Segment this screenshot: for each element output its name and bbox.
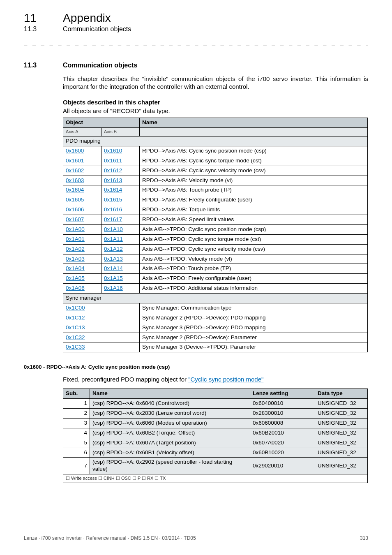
objects-heading: Objects described in this chapter xyxy=(63,99,368,106)
pcol-sub: Sub. xyxy=(63,389,90,399)
object-desc: Axis A/B-->TPDO: Cyclic sync torque mode… xyxy=(140,234,368,244)
object-desc: Axis A/B-->TPDO: Additional status infor… xyxy=(140,284,368,294)
table-row: 0x16000x1610RPDO-->Axis A/B: Cyclic sync… xyxy=(63,146,368,156)
col-object: Object xyxy=(63,118,140,128)
object-link[interactable]: 0x1A10 xyxy=(104,226,123,232)
object-desc: Sync Manager: Communication type xyxy=(140,303,368,313)
pcol-lenze: Lenze setting xyxy=(250,389,315,399)
subcol-empty xyxy=(140,128,368,136)
object-link[interactable]: 0x1617 xyxy=(104,216,122,222)
object-link[interactable]: 0x1A05 xyxy=(66,275,85,281)
object-link[interactable]: 0x1C00 xyxy=(66,305,85,311)
table-row: 0x16020x1612RPDO-->Axis A/B: Cyclic sync… xyxy=(63,166,368,176)
table-row: 0x1A050x1A15Axis A/B-->TPDO: Freely conf… xyxy=(63,274,368,284)
table-row: 0x1C32Sync Manager 2 (RPDO-->Device): Pa… xyxy=(63,333,368,342)
params-row: 7(csp) RPDO-->A: 0x2902 (speed controlle… xyxy=(63,458,368,474)
object-link[interactable]: 0x1600 xyxy=(66,148,84,154)
object-link[interactable]: 0x1616 xyxy=(104,206,122,213)
object-link[interactable]: 0x1602 xyxy=(66,167,84,173)
object-desc: RPDO-->Axis A/B: Speed limit values xyxy=(140,215,368,225)
params-row: 5(csp) RPDO-->A: 0x607A (Target position… xyxy=(63,438,368,448)
object-link[interactable]: 0x1A01 xyxy=(66,236,85,242)
object-link[interactable]: 0x1A16 xyxy=(104,285,123,291)
table-row: 0x16010x1611RPDO-->Axis A/B: Cyclic sync… xyxy=(63,156,368,166)
params-row: 3(csp) RPDO-->A: 0x6060 (Modes of operat… xyxy=(63,418,368,428)
object-link[interactable]: 0x1603 xyxy=(66,177,84,183)
params-row: 4(csp) RPDO-->A: 0x60B2 (Torque: Offset)… xyxy=(63,428,368,438)
params-row: 6(csp) RPDO-->A: 0x60B1 (Velocity offset… xyxy=(63,448,368,458)
intro-paragraph: This chapter describes the "invisible" c… xyxy=(63,75,368,90)
table-row: 0x1A040x1A14Axis A/B-->TPDO: Touch probe… xyxy=(63,264,368,274)
objects-note: All objects are of "RECORD" data type. xyxy=(63,107,368,114)
section-heading-title: Communication objects xyxy=(63,62,137,69)
table-row: 0x1C00Sync Manager: Communication type xyxy=(63,303,368,313)
param-desc-text: Fixed, preconfigured PDO mapping object … xyxy=(63,376,188,383)
object-desc: RPDO-->Axis A/B: Velocity mode (vl) xyxy=(140,176,368,185)
object-desc: Sync Manager 2 (RPDO-->Device): PDO mapp… xyxy=(140,313,368,323)
object-link[interactable]: 0x1611 xyxy=(104,157,122,164)
chapter-number: 11 xyxy=(24,12,63,25)
table-row: 0x1A000x1A10Axis A/B-->TPDO: Cyclic sync… xyxy=(63,224,368,234)
object-link[interactable]: 0x1C32 xyxy=(66,334,85,340)
object-desc: Axis A/B-->TPDO: Cyclic sync velocity mo… xyxy=(140,244,368,254)
subcol-axis-b: Axis B xyxy=(101,128,140,136)
section-heading: 11.3Communication objects xyxy=(24,62,368,69)
object-link[interactable]: 0x1A15 xyxy=(104,275,123,281)
object-link[interactable]: 0x1606 xyxy=(66,206,84,213)
object-link[interactable]: 0x1A11 xyxy=(104,236,123,242)
object-link[interactable]: 0x1612 xyxy=(104,167,122,173)
pcol-dtype: Data type xyxy=(315,389,368,399)
section-sync-manager: Sync manager xyxy=(63,294,368,303)
object-link[interactable]: 0x1A14 xyxy=(104,265,123,271)
object-link[interactable]: 0x1615 xyxy=(104,197,122,203)
object-desc: RPDO-->Axis A/B: Torque limits xyxy=(140,205,368,215)
params-table: Sub. Name Lenze setting Data type 1(csp)… xyxy=(63,388,368,483)
object-link[interactable]: 0x1A12 xyxy=(104,246,123,252)
section-subheading: 11.3Communication objects xyxy=(24,25,368,33)
table-row: 0x1C33Sync Manager 3 (Device-->TPDO): Pa… xyxy=(63,342,368,352)
params-row: 2(csp) RPDO-->A: 0x2830 (Lenze control w… xyxy=(63,409,368,419)
object-link[interactable]: 0x1607 xyxy=(66,216,84,222)
section-number: 11.3 xyxy=(24,25,63,33)
section-heading-number: 11.3 xyxy=(24,62,63,69)
table-row: 0x1A060x1A16Axis A/B-->TPDO: Additional … xyxy=(63,284,368,294)
table-row: 0x1A030x1A13Axis A/B-->TPDO: Velocity mo… xyxy=(63,254,368,264)
object-link[interactable]: 0x1614 xyxy=(104,187,122,193)
object-link[interactable]: 0x1A13 xyxy=(104,256,123,262)
object-desc: Axis A/B-->TPDO: Cyclic sync position mo… xyxy=(140,224,368,234)
object-link[interactable]: 0x1A04 xyxy=(66,265,85,271)
table-row: 0x1C12Sync Manager 2 (RPDO-->Device): PD… xyxy=(63,313,368,323)
table-row: 0x1C13Sync Manager 3 (RPDO-->Device): PD… xyxy=(63,323,368,333)
footer-page-number: 313 xyxy=(360,535,368,541)
object-link[interactable]: 0x1A00 xyxy=(66,226,85,232)
table-row: 0x16070x1617RPDO-->Axis A/B: Speed limit… xyxy=(63,215,368,225)
object-link[interactable]: 0x1C33 xyxy=(66,344,85,350)
table-row: 0x16040x1614RPDO-->Axis A/B: Touch probe… xyxy=(63,185,368,195)
object-desc: Axis A/B-->TPDO: Touch probe (TP) xyxy=(140,264,368,274)
param-heading: 0x1600 - RPDO-->Axis A: Cyclic sync posi… xyxy=(24,364,368,370)
object-link[interactable]: 0x1613 xyxy=(104,177,122,183)
object-link[interactable]: 0x1610 xyxy=(104,148,122,154)
object-link[interactable]: 0x1A06 xyxy=(66,285,85,291)
section-title: Communication objects xyxy=(63,25,131,32)
table-row: 0x16060x1616RPDO-->Axis A/B: Torque limi… xyxy=(63,205,368,215)
object-link[interactable]: 0x1604 xyxy=(66,187,84,193)
object-link[interactable]: 0x1A03 xyxy=(66,256,85,262)
object-link[interactable]: 0x1A02 xyxy=(66,246,85,252)
object-link[interactable]: 0x1C13 xyxy=(66,324,85,331)
object-link[interactable]: 0x1605 xyxy=(66,197,84,203)
object-desc: RPDO-->Axis A/B: Touch probe (TP) xyxy=(140,185,368,195)
params-row: 1(csp) RPDO-->A: 0x6040 (Controlword)0x6… xyxy=(63,399,368,409)
chapter-heading: 11Appendix xyxy=(24,12,368,25)
table-row: 0x16050x1615RPDO-->Axis A/B: Freely conf… xyxy=(63,195,368,205)
objects-table: Object Name Axis A Axis B PDO mapping 0x… xyxy=(63,118,368,352)
divider-dashes: _ _ _ _ _ _ _ _ _ _ _ _ _ _ _ _ _ _ _ _ … xyxy=(24,40,368,47)
param-description: Fixed, preconfigured PDO mapping object … xyxy=(63,376,368,383)
param-desc-link[interactable]: "Cyclic sync position mode" xyxy=(188,376,263,383)
table-row: 0x1A020x1A12Axis A/B-->TPDO: Cyclic sync… xyxy=(63,244,368,254)
object-link[interactable]: 0x1601 xyxy=(66,157,84,164)
section-pdo-mapping: PDO mapping xyxy=(63,136,368,146)
object-link[interactable]: 0x1C12 xyxy=(66,314,85,321)
object-desc: RPDO-->Axis A/B: Freely configurable (us… xyxy=(140,195,368,205)
footer-left: Lenze · i700 servo inverter · Reference … xyxy=(24,535,196,541)
